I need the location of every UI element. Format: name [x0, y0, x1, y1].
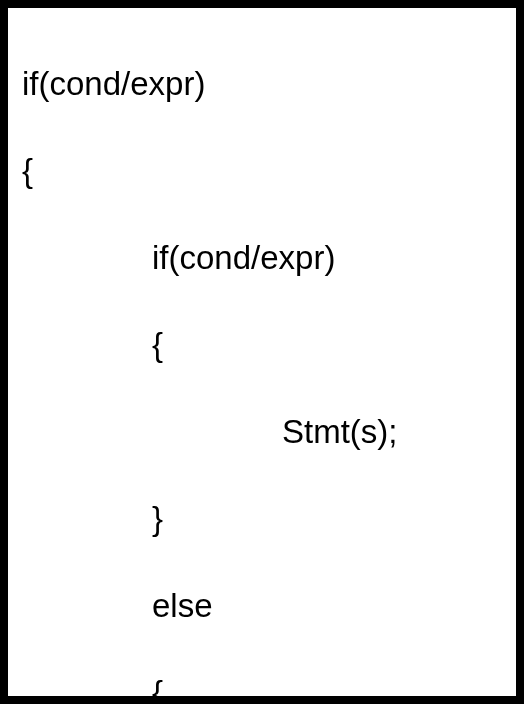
code-line: Stmt(s);	[22, 410, 502, 454]
code-snippet-box: if(cond/expr) { if(cond/expr) { Stmt(s);…	[0, 0, 524, 704]
code-line: else	[22, 584, 502, 628]
code-line: if(cond/expr)	[22, 236, 502, 280]
code-line: {	[22, 671, 502, 704]
code-line: }	[22, 497, 502, 541]
code-line: if(cond/expr)	[22, 62, 502, 106]
code-line: {	[22, 149, 502, 193]
code-line: {	[22, 323, 502, 367]
